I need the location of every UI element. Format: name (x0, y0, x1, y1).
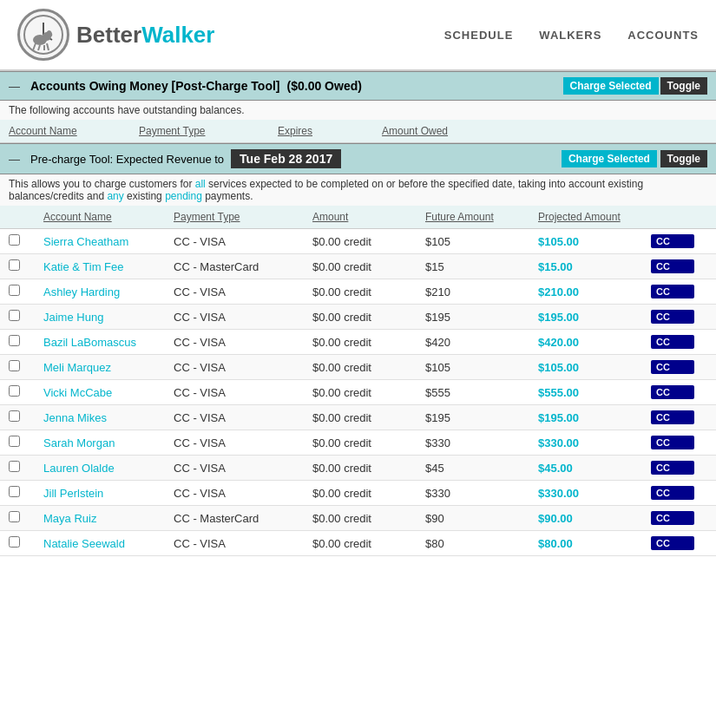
account-name-2[interactable]: Ashley Harding (43, 285, 174, 298)
amount-4: $0.00 credit (312, 336, 425, 349)
account-name-12[interactable]: Natalie Seewald (43, 537, 174, 550)
accounts-owing-title-group: — Accounts Owing Money [Post-Charge Tool… (9, 79, 362, 93)
nav-schedule[interactable]: SCHEDULE (444, 29, 514, 42)
nav-walkers[interactable]: WALKERS (539, 29, 601, 42)
projected-amount-6: $555.00 (538, 386, 651, 399)
cc-badge-7[interactable]: CC (651, 410, 694, 424)
projected-amount-4: $420.00 (538, 336, 651, 349)
payment-type-1: CC - MasterCard (174, 260, 312, 273)
precharge-table-header: Account Name Payment Type Amount Future … (0, 206, 716, 229)
row-checkbox-1[interactable] (9, 259, 43, 273)
account-name-4[interactable]: Bazil LaBomascus (43, 336, 174, 349)
payment-type-8: CC - VISA (174, 436, 312, 449)
precharge-info: This allows you to charge customers for … (0, 174, 716, 206)
accounts-owing-amount: ($0.00 Owed) (287, 79, 362, 93)
payment-type-5: CC - VISA (174, 361, 312, 374)
table-row: Sierra Cheatham CC - VISA $0.00 credit $… (0, 229, 716, 254)
cc-badge-11[interactable]: CC (651, 511, 694, 525)
svg-line-5 (33, 43, 36, 50)
account-name-9[interactable]: Lauren Olalde (43, 462, 174, 475)
future-amount-5: $105 (425, 361, 538, 374)
account-name-1[interactable]: Katie & Tim Fee (43, 260, 174, 273)
payment-type-3: CC - VISA (174, 311, 312, 324)
table-row: Maya Ruiz CC - MasterCard $0.00 credit $… (0, 506, 716, 531)
col-payment-type-1: Payment Type (139, 125, 278, 137)
projected-amount-9: $45.00 (538, 462, 651, 475)
cc-badge-10[interactable]: CC (651, 486, 694, 500)
account-name-8[interactable]: Sarah Morgan (43, 436, 174, 449)
logo-area: BetterWalker (17, 9, 214, 61)
table-row: Katie & Tim Fee CC - MasterCard $0.00 cr… (0, 254, 716, 279)
table-row: Vicki McCabe CC - VISA $0.00 credit $555… (0, 380, 716, 405)
account-name-0[interactable]: Sierra Cheatham (43, 235, 174, 248)
precharge-charge-button[interactable]: Charge Selected (562, 150, 657, 167)
table-row: Sarah Morgan CC - VISA $0.00 credit $330… (0, 430, 716, 456)
precharge-banner: — Pre-charge Tool: Expected Revenue to T… (0, 143, 716, 174)
account-name-11[interactable]: Maya Ruiz (43, 512, 174, 525)
precharge-dash: — (9, 153, 20, 166)
table-row: Jenna Mikes CC - VISA $0.00 credit $195 … (0, 405, 716, 430)
amount-6: $0.00 credit (312, 386, 425, 399)
row-checkbox-2[interactable] (9, 285, 43, 298)
payment-type-7: CC - VISA (174, 411, 312, 424)
table-row: Natalie Seewald CC - VISA $0.00 credit $… (0, 531, 716, 556)
cc-badge-12[interactable]: CC (651, 536, 694, 550)
amount-8: $0.00 credit (312, 436, 425, 449)
row-checkbox-8[interactable] (9, 436, 43, 449)
row-checkbox-10[interactable] (9, 486, 43, 500)
table-row: Lauren Olalde CC - VISA $0.00 credit $45… (0, 456, 716, 481)
projected-amount-11: $90.00 (538, 512, 651, 525)
cc-badge-5[interactable]: CC (651, 360, 694, 374)
row-checkbox-11[interactable] (9, 511, 43, 525)
row-checkbox-7[interactable] (9, 410, 43, 424)
account-name-7[interactable]: Jenna Mikes (43, 411, 174, 424)
cc-badge-4[interactable]: CC (651, 335, 694, 349)
cc-badge-0[interactable]: CC (651, 234, 694, 248)
cc-badge-9[interactable]: CC (651, 461, 694, 475)
future-amount-7: $195 (425, 411, 538, 424)
row-checkbox-12[interactable] (9, 536, 43, 550)
projected-amount-1: $15.00 (538, 260, 651, 273)
payment-type-2: CC - VISA (174, 285, 312, 298)
account-name-10[interactable]: Jill Perlstein (43, 487, 174, 500)
accounts-owing-banner: — Accounts Owing Money [Post-Charge Tool… (0, 71, 716, 101)
projected-amount-2: $210.00 (538, 285, 651, 298)
cc-badge-1[interactable]: CC (651, 259, 694, 273)
payment-type-9: CC - VISA (174, 462, 312, 475)
precharge-buttons: Charge Selected Toggle (562, 150, 707, 167)
precharge-title: Pre-charge Tool: Expected Revenue to (30, 153, 224, 166)
projected-amount-10: $330.00 (538, 487, 651, 500)
cc-badge-6[interactable]: CC (651, 385, 694, 399)
amount-5: $0.00 credit (312, 361, 425, 374)
future-amount-2: $210 (425, 285, 538, 298)
precharge-left: — Pre-charge Tool: Expected Revenue to T… (9, 149, 341, 168)
precharge-toggle-button[interactable]: Toggle (660, 150, 707, 167)
col-expires: Expires (278, 125, 382, 137)
accounts-charge-button[interactable]: Charge Selected (563, 77, 659, 95)
row-checkbox-6[interactable] (9, 385, 43, 399)
cc-badge-3[interactable]: CC (651, 310, 694, 324)
future-amount-10: $330 (425, 487, 538, 500)
row-checkbox-4[interactable] (9, 335, 43, 349)
amount-1: $0.00 credit (312, 260, 425, 273)
table-row: Ashley Harding CC - VISA $0.00 credit $2… (0, 279, 716, 305)
logo-icon (17, 9, 69, 61)
nav-accounts[interactable]: ACCOUNTS (627, 29, 699, 42)
main-nav: SCHEDULE WALKERS ACCOUNTS (444, 29, 699, 42)
logo-text: BetterWalker (76, 22, 214, 49)
cc-badge-8[interactable]: CC (651, 436, 694, 449)
row-checkbox-9[interactable] (9, 461, 43, 475)
col-payment-type-2: Payment Type (174, 211, 312, 223)
account-name-5[interactable]: Meli Marquez (43, 361, 174, 374)
amount-2: $0.00 credit (312, 285, 425, 298)
future-amount-3: $195 (425, 311, 538, 324)
account-name-3[interactable]: Jaime Hung (43, 311, 174, 324)
account-name-6[interactable]: Vicki McCabe (43, 386, 174, 399)
row-checkbox-5[interactable] (9, 360, 43, 374)
row-checkbox-0[interactable] (9, 234, 43, 248)
payment-type-10: CC - VISA (174, 487, 312, 500)
cc-badge-2[interactable]: CC (651, 285, 694, 298)
row-checkbox-3[interactable] (9, 310, 43, 324)
accounts-toggle-button[interactable]: Toggle (660, 77, 707, 95)
projected-amount-8: $330.00 (538, 436, 651, 449)
